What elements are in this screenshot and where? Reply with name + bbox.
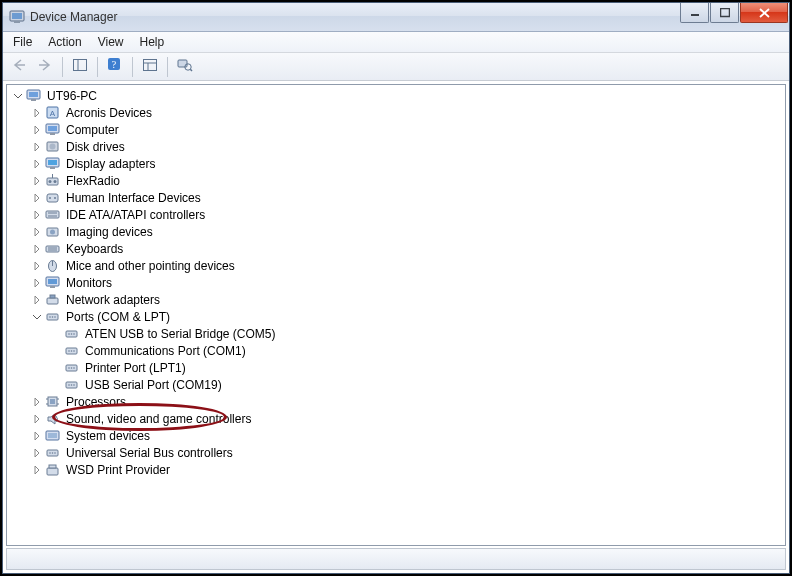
tree-node-label: ATEN USB to Serial Bridge (COM5) bbox=[83, 327, 278, 341]
menu-view[interactable]: View bbox=[90, 33, 132, 51]
tree-node[interactable]: Ports (COM & LPT) bbox=[30, 308, 785, 325]
arrow-right-icon bbox=[37, 58, 53, 75]
svg-rect-77 bbox=[48, 433, 57, 438]
expand-icon[interactable] bbox=[30, 123, 44, 137]
expand-icon[interactable] bbox=[30, 191, 44, 205]
tree-node[interactable]: AAcronis Devices bbox=[30, 104, 785, 121]
tree-node[interactable]: Communications Port (COM1) bbox=[49, 342, 785, 359]
tree-node-label: Processors bbox=[64, 395, 128, 409]
properties-button[interactable] bbox=[138, 56, 162, 78]
tree-node[interactable]: Processors bbox=[30, 393, 785, 410]
svg-point-56 bbox=[71, 333, 73, 335]
tree-node[interactable]: Printer Port (LPT1) bbox=[49, 359, 785, 376]
toolbar-separator bbox=[132, 57, 133, 77]
expand-icon bbox=[49, 344, 63, 358]
tree-node[interactable]: WSD Print Provider bbox=[30, 461, 785, 478]
help-button[interactable]: ? bbox=[103, 56, 127, 78]
tree-node[interactable]: Computer bbox=[30, 121, 785, 138]
device-category-icon bbox=[45, 207, 61, 223]
expand-icon[interactable] bbox=[30, 106, 44, 120]
tree-node[interactable]: Display adapters bbox=[30, 155, 785, 172]
svg-point-57 bbox=[73, 333, 75, 335]
tree-node[interactable]: Monitors bbox=[30, 274, 785, 291]
back-button[interactable] bbox=[7, 56, 31, 78]
close-button[interactable] bbox=[740, 3, 788, 23]
scan-hardware-button[interactable] bbox=[173, 56, 197, 78]
expand-icon[interactable] bbox=[30, 259, 44, 273]
svg-rect-22 bbox=[50, 133, 55, 135]
svg-rect-16 bbox=[29, 92, 38, 97]
show-hide-tree-button[interactable] bbox=[68, 56, 92, 78]
expand-icon[interactable] bbox=[30, 174, 44, 188]
tree-node-label: Printer Port (LPT1) bbox=[83, 361, 188, 375]
tree-node-label: Communications Port (COM1) bbox=[83, 344, 248, 358]
expand-icon[interactable] bbox=[30, 395, 44, 409]
expand-icon bbox=[49, 378, 63, 392]
expand-icon bbox=[49, 327, 63, 341]
expand-icon[interactable] bbox=[30, 242, 44, 256]
tree-node-label: Mice and other pointing devices bbox=[64, 259, 237, 273]
expand-icon[interactable] bbox=[30, 293, 44, 307]
tree-node-label: Human Interface Devices bbox=[64, 191, 203, 205]
device-category-icon bbox=[45, 139, 61, 155]
device-category-icon bbox=[45, 445, 61, 461]
collapse-icon[interactable] bbox=[11, 89, 25, 103]
svg-point-80 bbox=[52, 452, 54, 454]
tree-root-node[interactable]: UT96-PC bbox=[11, 87, 785, 104]
device-category-icon bbox=[45, 190, 61, 206]
expand-icon[interactable] bbox=[30, 208, 44, 222]
tree-node-label: Display adapters bbox=[64, 157, 157, 171]
svg-rect-71 bbox=[50, 399, 55, 404]
svg-rect-12 bbox=[178, 60, 187, 67]
expand-icon[interactable] bbox=[30, 429, 44, 443]
expand-icon[interactable] bbox=[30, 276, 44, 290]
expand-icon[interactable] bbox=[30, 463, 44, 477]
svg-rect-47 bbox=[50, 286, 55, 288]
expand-icon[interactable] bbox=[30, 446, 44, 460]
forward-button[interactable] bbox=[33, 56, 57, 78]
menu-help[interactable]: Help bbox=[132, 33, 173, 51]
device-tree-pane[interactable]: UT96-PC AAcronis DevicesComputerDisk dri… bbox=[6, 84, 786, 546]
tree-node[interactable]: Universal Serial Bus controllers bbox=[30, 444, 785, 461]
collapse-icon[interactable] bbox=[30, 310, 44, 324]
tree-node-label: Imaging devices bbox=[64, 225, 155, 239]
tree-panel-icon bbox=[72, 58, 88, 75]
tree-node[interactable]: Keyboards bbox=[30, 240, 785, 257]
tree-node[interactable]: ATEN USB to Serial Bridge (COM5) bbox=[49, 325, 785, 342]
device-category-icon bbox=[45, 224, 61, 240]
tree-node[interactable]: Disk drives bbox=[30, 138, 785, 155]
svg-point-52 bbox=[52, 316, 54, 318]
svg-rect-40 bbox=[46, 246, 59, 252]
tree-node[interactable]: IDE ATA/ATAPI controllers bbox=[30, 206, 785, 223]
svg-rect-3 bbox=[691, 14, 699, 16]
tree-node[interactable]: Network adapters bbox=[30, 291, 785, 308]
tree-node[interactable]: Imaging devices bbox=[30, 223, 785, 240]
device-category-icon bbox=[64, 377, 80, 393]
tree-node[interactable]: USB Serial Port (COM19) bbox=[49, 376, 785, 393]
device-category-icon bbox=[45, 156, 61, 172]
minimize-button[interactable] bbox=[680, 3, 709, 23]
tree-node-label: Monitors bbox=[64, 276, 114, 290]
svg-rect-35 bbox=[46, 211, 59, 218]
expand-icon[interactable] bbox=[30, 225, 44, 239]
svg-point-61 bbox=[73, 350, 75, 352]
maximize-button[interactable] bbox=[710, 3, 739, 23]
expand-icon[interactable] bbox=[30, 140, 44, 154]
expand-icon[interactable] bbox=[30, 412, 44, 426]
tree-node[interactable]: Human Interface Devices bbox=[30, 189, 785, 206]
tree-node-label: Universal Serial Bus controllers bbox=[64, 446, 235, 460]
menu-file[interactable]: File bbox=[5, 33, 40, 51]
tree-node[interactable]: System devices bbox=[30, 427, 785, 444]
help-icon: ? bbox=[107, 57, 123, 76]
device-category-icon bbox=[64, 360, 80, 376]
menu-action[interactable]: Action bbox=[40, 33, 89, 51]
svg-rect-82 bbox=[47, 468, 58, 475]
tree-node-label: Acronis Devices bbox=[64, 106, 154, 120]
tree-node[interactable]: Mice and other pointing devices bbox=[30, 257, 785, 274]
tree-node[interactable]: FlexRadio bbox=[30, 172, 785, 189]
device-category-icon bbox=[45, 241, 61, 257]
tree-node[interactable]: Sound, video and game controllers bbox=[30, 410, 785, 427]
titlebar[interactable]: Device Manager bbox=[3, 3, 789, 32]
expand-icon[interactable] bbox=[30, 157, 44, 171]
properties-icon bbox=[142, 58, 158, 75]
